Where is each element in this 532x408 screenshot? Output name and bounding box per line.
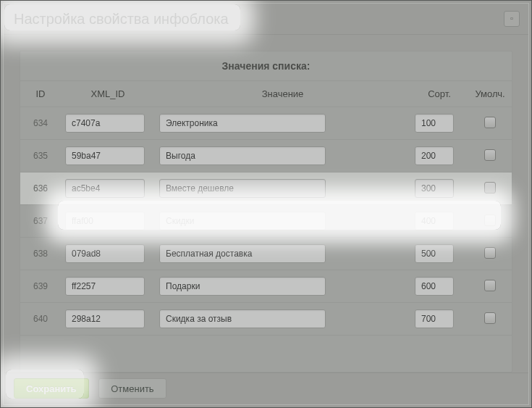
xml-id-input[interactable] (65, 309, 145, 328)
default-checkbox[interactable] (484, 312, 496, 324)
cell-sort (410, 238, 468, 270)
col-header-value: Значение (155, 81, 410, 107)
xml-id-input[interactable] (65, 277, 145, 296)
cell-value (155, 107, 410, 140)
col-header-id: ID (20, 81, 61, 107)
default-checkbox[interactable] (484, 182, 496, 193)
dialog-title: Настройка свойства инфоблока (14, 4, 229, 35)
panel-header: Значения списка: (20, 51, 512, 81)
value-input[interactable] (159, 146, 326, 165)
cell-id: 639 (20, 270, 61, 303)
value-input[interactable] (159, 212, 326, 230)
cell-sort (410, 303, 468, 336)
sort-input[interactable] (415, 309, 454, 328)
table-row: 640 (20, 303, 512, 336)
col-header-xml-id: XML_ID (61, 81, 155, 107)
default-checkbox[interactable] (484, 117, 496, 128)
cell-id: 635 (20, 140, 61, 172)
cell-default (468, 107, 512, 140)
value-input[interactable] (159, 244, 326, 263)
cell-sort (410, 172, 468, 205)
dialog-footer: Сохранить Отменить (4, 372, 528, 404)
cell-id: 640 (20, 303, 61, 336)
table-row: 636 (20, 172, 512, 205)
sort-input[interactable] (415, 114, 454, 133)
table-row: 638 (20, 238, 512, 270)
table-row: 634 (20, 107, 512, 140)
cell-sort (410, 107, 468, 140)
list-values-panel: Значения списка: ID XML_ID Значение Сорт… (20, 51, 512, 372)
cell-xml-id (61, 140, 155, 172)
cell-xml-id (61, 270, 155, 303)
cell-sort (410, 205, 468, 238)
cell-default (468, 270, 512, 303)
sort-input[interactable] (415, 146, 454, 165)
xml-id-input[interactable] (65, 179, 145, 198)
cell-default (468, 140, 512, 172)
cell-id: 637 (20, 205, 61, 238)
cell-value (155, 205, 410, 238)
cell-xml-id (61, 107, 155, 140)
dialog-titlebar: Настройка свойства инфоблока ▫ (4, 4, 528, 35)
xml-id-input[interactable] (65, 114, 145, 133)
table-row: 635 (20, 140, 512, 172)
default-checkbox[interactable] (484, 149, 496, 161)
xml-id-input[interactable] (65, 244, 145, 263)
cell-xml-id (61, 172, 155, 205)
value-input[interactable] (159, 114, 326, 133)
table-row: 637 (20, 205, 512, 238)
cell-xml-id (61, 205, 155, 238)
default-checkbox[interactable] (484, 247, 496, 259)
save-button[interactable]: Сохранить (14, 378, 89, 399)
cell-xml-id (61, 303, 155, 336)
cell-value (155, 238, 410, 270)
xml-id-input[interactable] (65, 146, 145, 165)
window-restore-icon[interactable]: ▫ (504, 11, 520, 27)
cell-default (468, 205, 512, 238)
cell-id: 638 (20, 238, 61, 270)
cancel-button[interactable]: Отменить (98, 378, 166, 399)
cell-value (155, 140, 410, 172)
cell-value (155, 172, 410, 205)
cell-id: 636 (20, 172, 61, 205)
sort-input[interactable] (415, 179, 454, 198)
cell-xml-id (61, 238, 155, 270)
cell-sort (410, 270, 468, 303)
value-input[interactable] (159, 179, 326, 198)
cell-default (468, 172, 512, 205)
table-row: 639 (20, 270, 512, 303)
xml-id-input[interactable] (65, 212, 145, 230)
cell-id: 634 (20, 107, 61, 140)
cell-value (155, 270, 410, 303)
col-header-sort: Сорт. (410, 81, 468, 107)
default-checkbox[interactable] (484, 280, 496, 291)
col-header-default: Умолч. (468, 81, 512, 107)
cell-default (468, 303, 512, 336)
value-input[interactable] (159, 309, 326, 328)
sort-input[interactable] (415, 244, 454, 263)
default-checkbox[interactable] (484, 215, 496, 226)
cell-value (155, 303, 410, 336)
dialog-window: Настройка свойства инфоблока ▫ Значения … (3, 3, 529, 405)
cell-default (468, 238, 512, 270)
value-input[interactable] (159, 277, 326, 296)
dialog-content: Значения списка: ID XML_ID Значение Сорт… (4, 35, 528, 372)
list-values-table: ID XML_ID Значение Сорт. Умолч. 63463563… (20, 81, 512, 336)
sort-input[interactable] (415, 277, 454, 296)
sort-input[interactable] (415, 212, 454, 230)
cell-sort (410, 140, 468, 172)
